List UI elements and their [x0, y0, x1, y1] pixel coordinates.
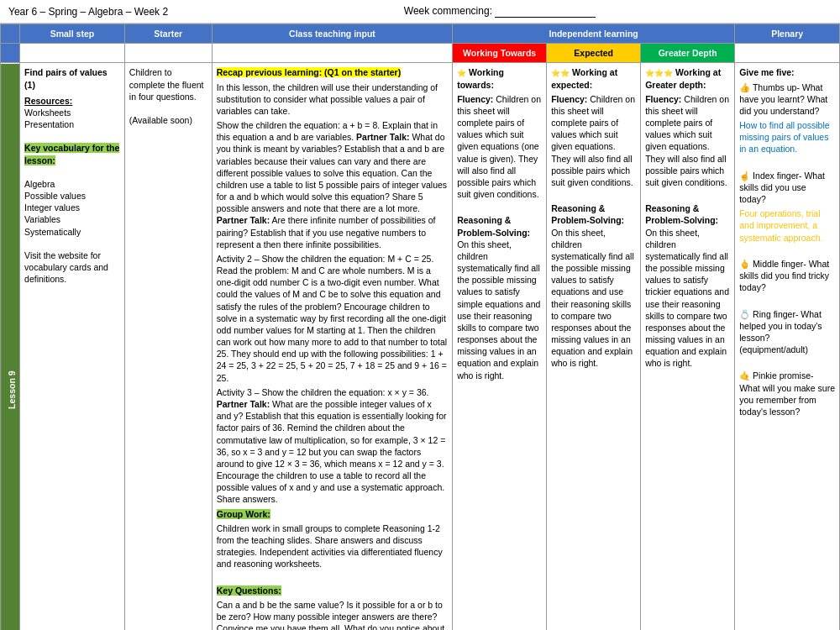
expected-reasoning-label: Reasoning & Problem-Solving: — [551, 203, 624, 225]
group-work-text: Children work in small groups to complet… — [217, 522, 448, 570]
ind-learning-header: Independent learning — [453, 24, 735, 44]
resources-list: WorksheetsPresentation — [24, 108, 74, 129]
group-work-label: Group Work: — [217, 509, 270, 519]
page-title: Year 6 – Spring – Algebra – Week 2 — [8, 6, 168, 18]
vocab-label: Key vocabulary for the lesson: — [24, 143, 119, 165]
vocab-list: AlgebraPossible valuesInteger valuesVari… — [24, 179, 86, 237]
working-cell: ⭐ Working towards: Fluency: Children on … — [453, 63, 547, 630]
recap-label: Recap previous learning: (Q1 on the star… — [217, 67, 401, 77]
activity2: Activity 2 – Show the children the equat… — [217, 253, 448, 384]
expected-stars: ⭐⭐ Working at expected: — [551, 66, 636, 90]
sub-header-row: Working Towards Expected Greater Depth — [1, 44, 840, 63]
greater-header: Greater Depth — [641, 44, 735, 63]
expected-fluency-label: Fluency: — [551, 94, 587, 104]
starter-text: Children to complete the fluent in four … — [129, 67, 204, 125]
working-header: Working Towards — [453, 44, 547, 63]
teaching-cell: Recap previous learning: (Q1 on the star… — [212, 63, 452, 630]
working-reasoning-text: On this sheet, children systematically f… — [457, 239, 540, 381]
plenary-header: Plenary — [735, 24, 840, 44]
expected-header: Expected — [547, 44, 641, 63]
plenary-link: How to find all possible missing pairs o… — [739, 120, 829, 154]
content-row: Lesson 9 Find pairs of values (1) Resour… — [1, 63, 840, 630]
main-table: Small step Starter Class teaching input … — [0, 24, 840, 630]
visit-text: Visit the website for vocabulary cards a… — [24, 250, 108, 284]
sub-plenary — [735, 44, 840, 63]
sub-teaching — [212, 44, 452, 63]
plenary-index: ☝️ Index finger- What skills did you use… — [739, 170, 835, 206]
smallstep-header: Small step — [20, 24, 125, 44]
page-header: Year 6 – Spring – Algebra – Week 2 Week … — [0, 0, 840, 24]
greater-stars: ⭐⭐⭐ Working at Greater depth: — [645, 66, 730, 90]
pt2-label: Partner Talk: — [217, 215, 270, 225]
week-line — [495, 5, 596, 18]
pt1-label: Partner Talk: — [356, 132, 409, 142]
plenary-cell: Give me five: 👍 Thumbs up- What have you… — [735, 63, 840, 630]
working-fluency-label: Fluency: — [457, 94, 493, 104]
greater-cell: ⭐⭐⭐ Working at Greater depth: Fluency: C… — [641, 63, 735, 630]
header-row: Small step Starter Class teaching input … — [1, 24, 840, 44]
page-wrapper: Year 6 – Spring – Algebra – Week 2 Week … — [0, 0, 840, 630]
smallstep-title: Find pairs of values (1) — [24, 67, 108, 89]
starter-cell: Children to complete the fluent in four … — [124, 63, 212, 630]
key-questions-label: Key Questions: — [217, 585, 281, 596]
greater-reasoning-label: Reasoning & Problem-Solving: — [645, 203, 718, 225]
working-stars: ⭐ Working towards: — [457, 66, 542, 90]
plenary-middle: 🖕 Middle finger- What skills did you fin… — [739, 258, 835, 294]
key-questions-text: Can a and b be the same value? Is it pos… — [217, 599, 448, 630]
vocab-section: Key vocabulary for the lesson: AlgebraPo… — [24, 142, 120, 237]
smallstep-cell: Find pairs of values (1) Resources: Work… — [20, 63, 125, 630]
sub-lesson-col — [1, 44, 20, 63]
plenary-index-link: Four operations, trial and improvement, … — [739, 208, 822, 242]
expected-fluency-text: Children on this sheet will complete pai… — [551, 94, 635, 187]
teaching-header: Class teaching input — [212, 24, 452, 44]
greater-fluency-label: Fluency: — [645, 94, 681, 104]
plenary-pinkie: 🤙 Pinkie promise- What will you make sur… — [739, 370, 835, 417]
teaching-equation: Show the children the equation: a + b = … — [217, 119, 448, 250]
expected-cell: ⭐⭐ Working at expected: Fluency: Childre… — [547, 63, 641, 630]
pt3-label: Partner Talk: — [217, 399, 270, 409]
teaching-intro: In this lesson, the children will use th… — [217, 81, 448, 118]
greater-fluency-text: Children on this sheet will complete pai… — [645, 94, 729, 187]
working-reasoning-label: Reasoning & Problem-Solving: — [457, 215, 530, 237]
resources-section: Resources: WorksheetsPresentation — [24, 95, 120, 131]
plenary-intro: Give me five: — [739, 67, 794, 77]
plenary-thumb: 👍 Thumbs up- What have you learnt? What … — [739, 81, 835, 118]
starter-header: Starter — [124, 24, 212, 44]
week-label: Week commencing: — [168, 5, 832, 18]
lesson-number: Lesson 9 — [1, 63, 20, 630]
expected-reasoning-text: On this sheet, children systematically f… — [551, 228, 634, 369]
plenary-ring: 💍 Ring finger- What helped you in today'… — [739, 308, 835, 356]
activity3: Activity 3 – Show the children the equat… — [217, 386, 448, 506]
sub-smallstep — [20, 44, 125, 63]
greater-reasoning-text: On this sheet, children systematically f… — [645, 228, 729, 369]
sub-starter — [124, 44, 212, 63]
resources-label: Resources: — [24, 96, 72, 106]
lesson-col-header — [1, 24, 20, 44]
working-fluency-text: Children on this sheet will complete pai… — [457, 94, 541, 199]
